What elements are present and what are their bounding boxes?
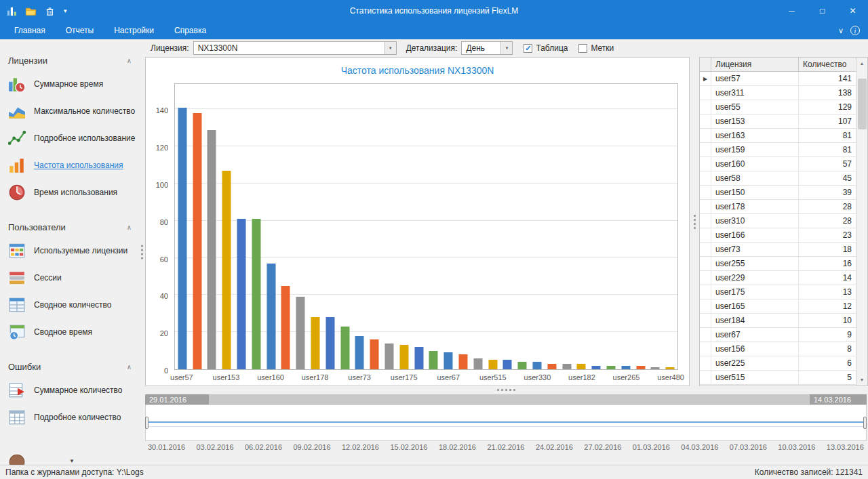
range-left-handle[interactable] <box>145 417 149 429</box>
row-selector[interactable] <box>700 100 711 114</box>
labels-checkbox[interactable]: Метки <box>578 43 614 53</box>
menu-tab-home[interactable]: Главная <box>4 22 56 39</box>
count-cell[interactable]: 81 <box>799 143 856 157</box>
sidebar-item-summary-count[interactable]: Сводное количество <box>0 291 144 318</box>
range-track[interactable] <box>145 404 867 441</box>
count-cell[interactable]: 28 <box>799 214 856 228</box>
license-cell[interactable]: user73 <box>711 243 799 256</box>
detail-combobox[interactable]: День ▼ <box>461 41 513 55</box>
range-right-handle[interactable] <box>863 417 867 429</box>
table-row[interactable]: user17513 <box>700 285 856 299</box>
license-cell[interactable]: user229 <box>711 271 799 285</box>
table-row[interactable]: user25516 <box>700 257 856 271</box>
chart-bar[interactable] <box>651 367 660 369</box>
table-row[interactable]: user16057 <box>700 157 856 171</box>
table-row[interactable]: user17828 <box>700 200 856 214</box>
row-selector[interactable] <box>700 371 711 384</box>
chart-bar[interactable] <box>399 345 408 369</box>
row-selector[interactable] <box>700 314 711 327</box>
license-cell[interactable]: user160 <box>711 157 799 171</box>
count-cell[interactable]: 138 <box>799 86 856 100</box>
license-cell[interactable]: user153 <box>711 114 799 128</box>
close-button[interactable]: ✕ <box>837 0 868 22</box>
count-column-header[interactable]: Количество <box>799 58 856 71</box>
license-cell[interactable]: user163 <box>711 129 799 142</box>
chart-bar[interactable] <box>473 358 482 369</box>
table-row[interactable]: user15981 <box>700 143 856 157</box>
horizontal-splitter[interactable] <box>144 386 868 393</box>
open-folder-icon[interactable] <box>24 5 37 18</box>
app-chart-icon[interactable] <box>5 5 18 18</box>
minimize-button[interactable]: ─ <box>776 0 807 22</box>
table-row[interactable]: user15039 <box>700 186 856 200</box>
row-selector[interactable] <box>700 356 711 370</box>
count-cell[interactable]: 18 <box>799 243 856 256</box>
range-end-label[interactable]: 14.03.2016 <box>810 394 867 404</box>
count-cell[interactable]: 23 <box>799 228 856 242</box>
sidebar-item-sessions[interactable]: Сессии <box>0 264 144 291</box>
sidebar-section-header[interactable]: Ошибки∧ <box>0 356 144 377</box>
chart-bar[interactable] <box>311 317 320 369</box>
chart-bar[interactable] <box>621 366 630 369</box>
license-combobox[interactable]: NX13300N ▼ <box>193 41 397 55</box>
chart-bar[interactable] <box>340 327 349 369</box>
chart-bar[interactable] <box>606 366 615 369</box>
license-cell[interactable]: user150 <box>711 186 799 199</box>
row-selector[interactable] <box>700 228 711 242</box>
chart-bar[interactable] <box>326 317 334 369</box>
license-cell[interactable]: user156 <box>711 342 799 356</box>
table-row[interactable]: user679 <box>700 328 856 342</box>
row-selector[interactable] <box>700 171 711 185</box>
sidebar-scroll-down-icon[interactable]: ▼ <box>0 458 144 464</box>
count-cell[interactable]: 141 <box>799 72 856 85</box>
row-selector[interactable] <box>700 214 711 228</box>
chart-bar[interactable] <box>503 360 512 369</box>
table-row[interactable]: user22914 <box>700 271 856 285</box>
row-selector[interactable] <box>700 129 711 142</box>
table-row[interactable]: user153107 <box>700 114 856 129</box>
labels-checkbox-box[interactable] <box>578 44 587 53</box>
count-cell[interactable]: 5 <box>799 371 856 384</box>
license-cell[interactable]: user515 <box>711 371 799 384</box>
count-cell[interactable]: 8 <box>799 342 856 356</box>
chart-bar[interactable] <box>488 360 497 369</box>
license-cell[interactable]: user57 <box>711 72 799 85</box>
table-checkbox[interactable]: ✓ Таблица <box>524 43 568 53</box>
license-cell[interactable]: user184 <box>711 314 799 327</box>
menu-tab-reports[interactable]: Отчеты <box>56 22 104 39</box>
row-selector[interactable] <box>700 271 711 285</box>
license-cell[interactable]: user58 <box>711 171 799 185</box>
chart-bar[interactable] <box>355 336 364 369</box>
chart-bar[interactable] <box>518 362 527 369</box>
row-selector[interactable] <box>700 285 711 299</box>
table-scrollbar[interactable]: ▲ ▼ <box>856 58 867 386</box>
detail-combobox-arrow-icon[interactable]: ▼ <box>500 42 512 54</box>
row-selector[interactable] <box>700 243 711 256</box>
table-row[interactable]: user2256 <box>700 356 856 371</box>
chart-bar[interactable] <box>296 297 305 369</box>
maximize-button[interactable]: □ <box>807 0 837 22</box>
license-cell[interactable]: user159 <box>711 143 799 157</box>
row-selector[interactable] <box>700 342 711 356</box>
chart-bar[interactable] <box>208 130 216 369</box>
sidebar-item-usage-time[interactable]: Время использования <box>0 179 144 206</box>
sidebar-section-header[interactable]: Лицензии∧ <box>0 50 144 70</box>
table-row[interactable]: user55129 <box>700 100 856 114</box>
sidebar-item-errors-sum[interactable]: Суммарное количество <box>0 377 144 404</box>
count-cell[interactable]: 107 <box>799 114 856 128</box>
delete-icon[interactable] <box>43 5 56 18</box>
sidebar-item-used-licenses[interactable]: Используемые лицензии <box>0 237 144 264</box>
chart-bar[interactable] <box>281 286 290 369</box>
chart-bar[interactable] <box>178 108 186 369</box>
row-selector[interactable] <box>700 157 711 171</box>
scroll-up-icon[interactable]: ▲ <box>856 58 868 69</box>
count-cell[interactable]: 6 <box>799 356 856 370</box>
count-cell[interactable]: 28 <box>799 200 856 213</box>
chart-bar[interactable] <box>562 364 571 369</box>
sidebar-item-errors-detail[interactable]: Подробное количество <box>0 404 144 431</box>
table-row[interactable]: user18410 <box>700 314 856 328</box>
row-selector[interactable] <box>700 86 711 100</box>
count-cell[interactable]: 16 <box>799 257 856 270</box>
range-header-track[interactable] <box>209 394 810 404</box>
chart-bar[interactable] <box>429 351 438 369</box>
